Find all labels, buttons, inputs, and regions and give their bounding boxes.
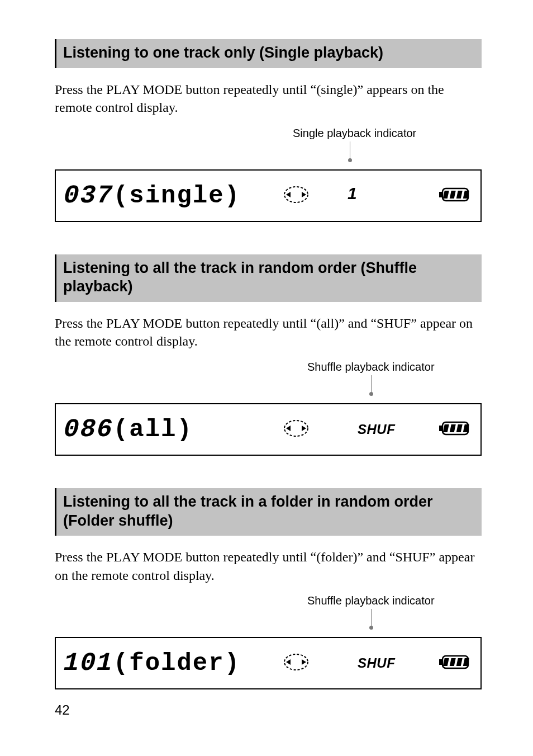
callout-dot	[348, 158, 352, 162]
lcd-text: 037(single)	[64, 181, 240, 210]
section-shuffle-playback: Listening to all the track in random ord…	[55, 254, 482, 456]
svg-marker-20	[302, 659, 306, 665]
lcd-track-number: 101	[63, 649, 114, 678]
callout-label-shuffle: Shuffle playback indicator	[307, 361, 435, 374]
lcd-display-single: 037(single) 1	[55, 169, 482, 222]
lcd-display-shuffle: 086(all) SHUF	[55, 403, 482, 456]
lcd-track-number: 086	[63, 415, 114, 444]
callout-folder-shuffle: Shuffle playback indicator	[55, 594, 482, 628]
svg-marker-11	[302, 426, 306, 431]
lcd-mode-word: (folder)	[113, 649, 240, 677]
lcd-text: 086(all)	[64, 415, 193, 444]
svg-marker-2	[302, 192, 306, 197]
svg-rect-14	[443, 424, 449, 432]
body-single: Press the PLAY MODE button repeatedly un…	[55, 81, 482, 117]
svg-marker-10	[286, 426, 291, 431]
callout-shuffle: Shuffle playback indicator	[55, 361, 482, 394]
svg-rect-25	[456, 658, 463, 666]
svg-rect-23	[443, 658, 449, 666]
svg-rect-4	[439, 192, 442, 197]
body-shuffle: Press the PLAY MODE button repeatedly un…	[55, 314, 482, 351]
disc-icon	[283, 185, 310, 206]
svg-rect-16	[456, 424, 463, 432]
shuf-indicator: SHUF	[358, 422, 395, 437]
heading-folder-shuffle: Listening to all the track in a folder i…	[55, 488, 482, 536]
svg-rect-13	[439, 426, 442, 431]
lcd-track-number: 037	[63, 181, 114, 210]
callout-line	[371, 375, 372, 394]
disc-icon	[283, 419, 310, 440]
battery-icon	[439, 421, 470, 438]
section-folder-shuffle: Listening to all the track in a folder i…	[55, 488, 482, 689]
lcd-mode-word: (single)	[113, 182, 240, 210]
battery-icon	[439, 655, 470, 672]
section-single-playback: Listening to one track only (Single play…	[55, 39, 482, 222]
heading-shuffle: Listening to all the track in random ord…	[55, 254, 482, 303]
body-folder-shuffle: Press the PLAY MODE button repeatedly un…	[55, 548, 482, 584]
svg-rect-7	[456, 191, 463, 199]
svg-rect-24	[450, 658, 456, 666]
shuf-indicator: SHUF	[358, 655, 395, 671]
svg-rect-5	[443, 191, 449, 199]
svg-marker-1	[286, 192, 291, 197]
svg-marker-19	[286, 659, 291, 665]
callout-line	[371, 609, 372, 628]
svg-rect-15	[450, 424, 456, 432]
play-one-indicator: 1	[348, 184, 357, 203]
callout-label-folder-shuffle: Shuffle playback indicator	[307, 594, 435, 607]
heading-single: Listening to one track only (Single play…	[55, 39, 482, 68]
lcd-display-folder-shuffle: 101(folder) SHUF	[55, 637, 482, 689]
lcd-mode-word: (all)	[113, 415, 193, 443]
page-number: 42	[55, 702, 70, 718]
callout-dot	[369, 392, 373, 396]
disc-icon	[283, 653, 310, 674]
lcd-text: 101(folder)	[64, 649, 240, 678]
battery-icon	[439, 187, 470, 204]
svg-rect-6	[450, 191, 456, 199]
callout-label-single: Single playback indicator	[293, 127, 416, 140]
callout-line	[350, 141, 350, 160]
callout-single: Single playback indicator	[55, 127, 482, 160]
callout-dot	[369, 626, 373, 630]
svg-rect-22	[439, 659, 442, 665]
